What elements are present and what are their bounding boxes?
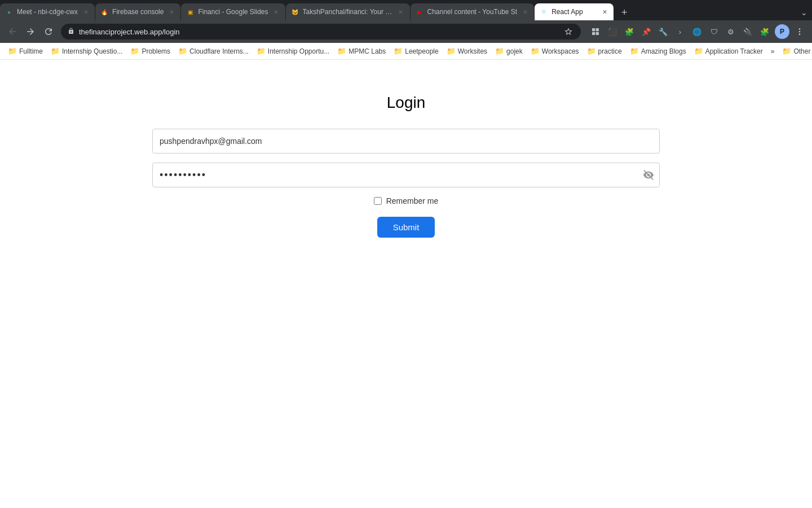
extension-icon-9[interactable]: 🔌 — [740, 24, 756, 40]
browser-menu-button[interactable] — [792, 24, 807, 40]
password-wrapper — [152, 163, 660, 187]
password-input[interactable] — [152, 163, 660, 187]
bookmark-label: Application Tracker — [705, 47, 763, 55]
tab-close-firebase[interactable]: ✕ — [167, 7, 176, 16]
tab-meet[interactable]: ● Meet - nbi-cdge-cwx ✕ — [0, 3, 95, 20]
tab-close-github[interactable]: ✕ — [396, 7, 405, 16]
back-button[interactable] — [5, 24, 20, 40]
tab-title-meet: Meet - nbi-cdge-cwx — [17, 8, 78, 16]
svg-point-5 — [799, 31, 801, 33]
tab-github[interactable]: 🐱 TakshPanchal/financi: Your Pe ✕ — [286, 3, 410, 20]
folder-icon: 📁 — [257, 47, 266, 55]
bookmark-internship-opp[interactable]: 📁 Internship Opportu... — [253, 46, 333, 56]
tab-title-youtube: Channel content - YouTube St — [427, 8, 518, 16]
bookmark-label: Internship Opportu... — [268, 47, 329, 55]
tab-favicon-youtube: ▶ — [415, 7, 424, 16]
tab-bar: ● Meet - nbi-cdge-cwx ✕ 🔥 Firebase conso… — [0, 0, 812, 20]
bookmark-star-icon[interactable] — [563, 26, 574, 37]
address-bar[interactable]: thefinanciproject.web.app/login — [61, 24, 581, 40]
extension-icon-2[interactable]: ⬛ — [604, 24, 620, 40]
remember-me-label[interactable]: Remember me — [386, 196, 439, 205]
tab-title-firebase: Firebase console — [112, 8, 164, 16]
bookmark-more[interactable]: » — [767, 46, 778, 56]
bookmark-worksites[interactable]: 📁 Worksites — [443, 46, 491, 56]
bookmark-app-tracker[interactable]: 📁 Application Tracker — [691, 46, 766, 56]
bookmark-other[interactable]: 📁 Other Bookmarks — [779, 46, 812, 56]
bookmark-leetpeople[interactable]: 📁 Leetpeople — [390, 46, 442, 56]
bookmark-cloudflare[interactable]: 📁 Cloudflare Interns... — [175, 46, 252, 56]
extension-icon-1[interactable] — [588, 24, 603, 40]
profile-button[interactable]: P — [775, 24, 789, 39]
folder-icon: 📁 — [337, 47, 346, 55]
tab-favicon-slides: ▣ — [186, 7, 195, 16]
extension-icon-7[interactable]: 🛡 — [706, 24, 722, 40]
add-tab-button[interactable]: + — [616, 5, 632, 20]
tab-title-github: TakshPanchal/financi: Your Pe — [303, 8, 393, 16]
folder-icon: 📁 — [694, 47, 703, 55]
tab-menu-button[interactable]: ⌄ — [796, 5, 812, 20]
tab-close-meet[interactable]: ✕ — [81, 7, 90, 16]
extension-icon-4[interactable]: 📌 — [638, 24, 654, 40]
forward-button[interactable] — [23, 24, 38, 40]
bookmark-label: Fulltime — [19, 47, 43, 55]
lock-icon — [68, 27, 74, 37]
remember-me-container: Remember me — [374, 196, 439, 205]
browser-chrome: ● Meet - nbi-cdge-cwx ✕ 🔥 Firebase conso… — [0, 0, 812, 60]
submit-button[interactable]: Submit — [377, 217, 435, 238]
extension-icon-more[interactable]: › — [672, 24, 688, 40]
bookmark-practice[interactable]: 📁 practice — [584, 46, 625, 56]
bookmark-label: Worksites — [458, 47, 487, 55]
email-input[interactable] — [152, 129, 660, 154]
bookmark-more-label: » — [771, 47, 775, 55]
tab-slides[interactable]: ▣ Financi - Google Slides ✕ — [181, 3, 285, 20]
url-text: thefinanciproject.web.app/login — [79, 28, 558, 36]
tab-react-app[interactable]: ⚛ React App ✕ — [535, 3, 614, 20]
extension-icon-5[interactable]: 🔧 — [655, 24, 671, 40]
remember-me-checkbox[interactable] — [374, 197, 382, 205]
browser-actions: ⬛ 🧩 📌 🔧 › 🌐 🛡 ⚙ 🔌 🧩 P — [588, 24, 807, 40]
folder-icon: 📁 — [587, 47, 596, 55]
tab-close-youtube[interactable]: ✕ — [520, 7, 529, 16]
bookmark-label: Problems — [142, 47, 170, 55]
bookmark-amazing-blogs[interactable]: 📁 Amazing Blogs — [626, 46, 690, 56]
password-toggle-button[interactable] — [643, 169, 654, 181]
svg-point-6 — [799, 33, 801, 35]
page-content: Login Remember me Submit — [0, 60, 812, 508]
bookmark-mpmc[interactable]: 📁 MPMC Labs — [334, 46, 389, 56]
extension-icon-3[interactable]: 🧩 — [621, 24, 637, 40]
bookmark-label: practice — [598, 47, 622, 55]
svg-point-4 — [799, 28, 801, 30]
tab-title-react: React App — [551, 8, 597, 16]
bookmark-internship-q[interactable]: 📁 Internship Questio... — [47, 46, 126, 56]
folder-icon: 📁 — [178, 47, 187, 55]
folder-icon: 📁 — [782, 47, 791, 55]
bookmark-gojek[interactable]: 📁 gojek — [492, 46, 526, 56]
folder-icon: 📁 — [8, 47, 17, 55]
bookmark-label: Internship Questio... — [62, 47, 122, 55]
address-action-icons — [563, 26, 574, 37]
svg-rect-3 — [596, 32, 599, 35]
bookmarks-bar: 📁 Fulltime 📁 Internship Questio... 📁 Pro… — [0, 43, 812, 60]
page-title: Login — [387, 94, 426, 112]
bookmark-label: Workspaces — [542, 47, 579, 55]
folder-icon: 📁 — [51, 47, 60, 55]
folder-icon: 📁 — [531, 47, 540, 55]
tab-close-react[interactable]: ✕ — [600, 7, 609, 16]
svg-rect-0 — [592, 28, 595, 31]
tab-firebase[interactable]: 🔥 Firebase console ✕ — [95, 3, 180, 20]
tab-youtube[interactable]: ▶ Channel content - YouTube St ✕ — [411, 3, 535, 20]
reload-button[interactable] — [41, 24, 56, 40]
bookmark-workspaces[interactable]: 📁 Workspaces — [527, 46, 582, 56]
folder-icon: 📁 — [495, 47, 504, 55]
folder-icon: 📁 — [394, 47, 403, 55]
extension-icon-6[interactable]: 🌐 — [689, 24, 705, 40]
bookmark-problems[interactable]: 📁 Problems — [127, 46, 174, 56]
navigation-bar: thefinanciproject.web.app/login ⬛ 🧩 📌 🔧 … — [0, 20, 812, 43]
extensions-puzzle[interactable]: 🧩 — [757, 24, 773, 40]
tab-close-slides[interactable]: ✕ — [272, 7, 281, 16]
extension-icon-8[interactable]: ⚙ — [723, 24, 739, 40]
bookmark-label: gojek — [506, 47, 523, 55]
bookmark-fulltime[interactable]: 📁 Fulltime — [5, 46, 46, 56]
tab-favicon-react: ⚛ — [539, 7, 548, 16]
tab-favicon-github: 🐱 — [290, 7, 299, 16]
